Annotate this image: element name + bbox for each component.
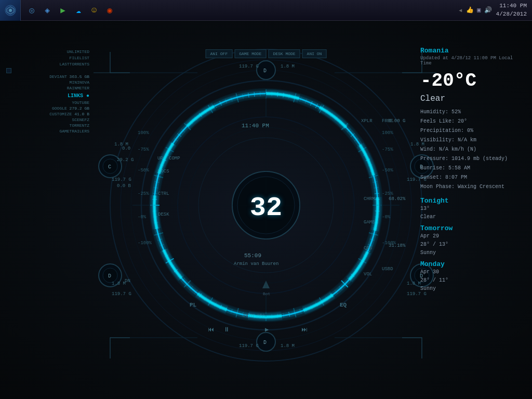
svg-line-109 — [154, 175, 163, 178]
taskbar-icon-app[interactable]: ◉ — [104, 5, 115, 16]
svg-text:29.2 G: 29.2 G — [117, 157, 134, 163]
taskbar: ◎ ◈ ▶ ☁ ☺ ◉ ◀ 👍 ▣ 🔊 11:40 PM 4/28/2012 — [0, 0, 532, 21]
svg-point-1 — [9, 9, 12, 12]
svg-line-92 — [174, 269, 178, 272]
left-stat-torrentz[interactable]: TORRENTZ — [6, 123, 89, 128]
forecast-tonight-temp: 13° — [420, 205, 524, 213]
forecast-monday-condition: Sunny — [420, 285, 524, 293]
svg-line-107 — [154, 188, 158, 188]
tray-expand-arrow[interactable]: ◀ — [459, 7, 462, 14]
svg-line-88 — [190, 286, 193, 290]
svg-text:0.0: 0.0 — [122, 146, 130, 151]
svg-line-62 — [330, 294, 332, 297]
svg-text:VOL: VOL — [364, 272, 372, 277]
svg-text:1.8 M: 1.8 M — [281, 343, 295, 349]
left-stat-gametrailers[interactable]: GAMETRAILERS — [6, 129, 89, 134]
start-button[interactable] — [0, 0, 21, 21]
svg-line-117 — [178, 134, 181, 137]
svg-text:55:09: 55:09 — [244, 252, 261, 259]
taskbar-icon-winamp[interactable]: ▶ — [57, 5, 69, 16]
svg-line-77 — [248, 313, 249, 317]
desk-mode-button[interactable]: DESK MODE — [268, 49, 300, 58]
forecast-tonight: Tonight 13° Clear — [420, 197, 524, 221]
taskbar-icon-media[interactable]: ◈ — [42, 5, 53, 16]
svg-text:119.7 G: 119.7 G — [239, 343, 259, 349]
svg-text:C: C — [108, 164, 111, 170]
weather-sunset: Sunset: 8:07 PM — [420, 173, 524, 182]
svg-text:-75%: -75% — [138, 147, 149, 152]
game-mode-button[interactable]: GAME MODE — [234, 49, 266, 58]
svg-line-60 — [339, 286, 342, 290]
svg-text:▶: ▶ — [265, 326, 269, 334]
svg-line-76 — [254, 314, 255, 318]
tray-icon-volume[interactable]: 🔊 — [484, 6, 492, 14]
svg-line-53 — [363, 255, 367, 257]
svg-text:-25%: -25% — [138, 191, 149, 196]
svg-line-61 — [335, 290, 338, 294]
svg-text:28TH  APA: 28TH APA — [243, 313, 265, 318]
ani-off-button[interactable]: ANI OFF — [206, 49, 233, 58]
svg-line-24 — [320, 105, 324, 113]
weather-wind: Wind: N/A km/h (N) — [420, 145, 524, 154]
tray-icon-thumb[interactable]: 👍 — [466, 6, 474, 14]
svg-text:CHRM: CHRM — [364, 196, 375, 202]
svg-line-21 — [305, 99, 307, 103]
svg-line-59 — [341, 281, 348, 287]
svg-line-40 — [373, 181, 377, 182]
weather-sunrise: Sunrise: 5:58 AM — [420, 164, 524, 173]
svg-text:USBD: USBD — [382, 267, 393, 272]
svg-line-112 — [162, 159, 166, 161]
weather-feels-like: Feels Like: 20° — [420, 117, 524, 126]
taskbar-icon-skype[interactable]: ☁ — [73, 5, 84, 16]
taskbar-icon-emoji[interactable]: ☺ — [88, 5, 100, 16]
svg-text:⏸: ⏸ — [223, 326, 230, 334]
main-area: C D D D D D — [0, 21, 532, 399]
ani-on-button[interactable]: ANI ON — [302, 49, 327, 58]
svg-line-96 — [162, 249, 166, 251]
svg-line-28 — [339, 121, 342, 124]
top-buttons-row: ANI OFF GAME MODE DESK MODE ANI ON — [206, 49, 327, 58]
taskbar-icon-firefox[interactable]: ◎ — [26, 5, 37, 16]
svg-line-33 — [357, 143, 362, 146]
tray-icons: 👍 ▣ 🔊 — [466, 6, 491, 14]
svg-line-31 — [351, 134, 354, 137]
svg-line-63 — [325, 297, 328, 301]
svg-line-20 — [300, 97, 301, 102]
svg-text:-0%: -0% — [138, 215, 147, 220]
left-stat-customize[interactable]: CUSTOMIZE 41.0 B — [6, 112, 89, 116]
left-stat-unlimited: UNLIMITED — [6, 49, 89, 54]
svg-line-27 — [335, 117, 338, 121]
tray-icon-display[interactable]: ▣ — [477, 6, 481, 14]
svg-line-90 — [181, 278, 185, 282]
left-stat-google[interactable]: GOOGLE 279.2 GB — [6, 106, 89, 111]
svg-line-81 — [225, 307, 227, 311]
svg-line-111 — [160, 165, 164, 166]
svg-line-132 — [254, 92, 255, 97]
svg-line-37 — [368, 165, 372, 166]
left-stat-scenefz[interactable]: SCENEFZ — [6, 117, 89, 122]
svg-line-94 — [166, 259, 174, 263]
forecast-tomorrow-date: Apr 29 — [420, 232, 524, 241]
svg-text:119.7 G: 119.7 G — [112, 291, 131, 297]
left-stat-youtube[interactable]: YOUTUBE — [6, 100, 89, 105]
svg-line-101 — [154, 222, 158, 223]
weather-temperature: -20°C — [420, 70, 524, 91]
forecast-tomorrow-label: Tomorrow — [420, 224, 524, 232]
center-number-display: 32 — [250, 195, 282, 222]
svg-text:-50%: -50% — [382, 168, 393, 173]
forecast-tomorrow-condition: Sunny — [420, 249, 524, 257]
weather-updated: Updated at 4/28/12 11:00 PM Local Time — [420, 56, 524, 66]
forecast-monday-label: Monday — [420, 260, 524, 268]
left-stat-deviant: DEVIANT 363.5 GB — [6, 74, 89, 79]
svg-text:68.02%: 68.02% — [389, 196, 406, 202]
svg-point-142 — [103, 268, 117, 283]
svg-line-125 — [215, 104, 217, 108]
weather-humidity: Humidity: 52% — [420, 108, 524, 117]
left-icon-box — [6, 68, 11, 73]
svg-line-41 — [374, 188, 378, 188]
svg-line-22 — [310, 101, 312, 105]
svg-line-70 — [289, 312, 290, 316]
svg-line-116 — [174, 138, 178, 141]
weather-pressure: Pressure: 1014.9 mb (steady) — [420, 154, 524, 164]
svg-text:100%: 100% — [138, 130, 149, 136]
